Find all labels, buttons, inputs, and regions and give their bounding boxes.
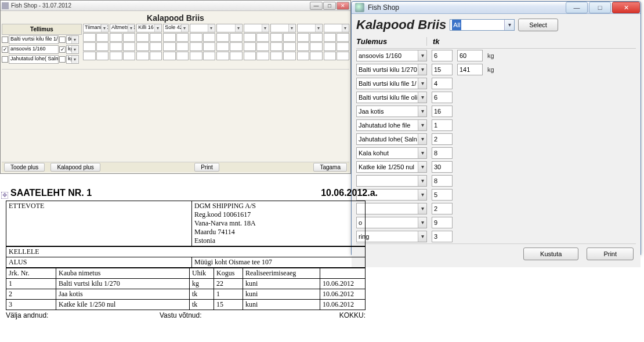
cell-input[interactable]	[256, 33, 269, 42]
cell-input[interactable]	[83, 42, 96, 51]
cell-input[interactable]	[324, 52, 337, 60]
cell-input[interactable]	[96, 33, 109, 42]
product-select[interactable]: Kala kohut	[356, 147, 427, 159]
cell-input[interactable]	[270, 52, 283, 60]
cell-input[interactable]	[283, 52, 296, 60]
qty-input[interactable]: 3	[432, 231, 453, 242]
cell-input[interactable]	[176, 42, 189, 51]
cell-input[interactable]	[244, 33, 256, 42]
order-secondary-checkbox[interactable]	[59, 46, 66, 53]
close-button[interactable]: ✕	[337, 2, 349, 10]
product-select[interactable]: Jahutatud lohe file	[356, 119, 427, 131]
cell-input[interactable]	[136, 42, 149, 51]
cell-input[interactable]	[150, 42, 162, 51]
qty-input[interactable]: 2	[432, 133, 453, 145]
kustuta-button[interactable]: Kustuta	[523, 248, 578, 260]
order-unit[interactable]: tk	[66, 35, 79, 44]
cell-input[interactable]	[163, 52, 176, 60]
qty-input[interactable]: 1	[432, 119, 453, 131]
cell-input[interactable]	[324, 33, 337, 42]
cell-input[interactable]	[310, 42, 323, 51]
order-secondary-checkbox[interactable]	[59, 37, 66, 43]
print-button[interactable]: Print	[587, 248, 634, 260]
cell-input[interactable]	[150, 52, 162, 60]
cell-input[interactable]	[83, 33, 96, 42]
cell-input[interactable]	[283, 33, 296, 42]
shop-select[interactable]: Altmetsa 1	[110, 24, 135, 32]
shop-select[interactable]	[216, 24, 242, 32]
cell-input[interactable]	[230, 42, 243, 51]
shop-select[interactable]: Killi 16	[136, 24, 162, 32]
product-select[interactable]: Balti vurtsi kilu 1/270	[356, 64, 427, 75]
cell-input[interactable]	[270, 33, 283, 42]
cell-input[interactable]	[337, 52, 349, 60]
cell-input[interactable]	[244, 52, 256, 60]
qty-input[interactable]: 5	[432, 189, 453, 201]
product-select[interactable]: Balti vurtsi kilu file 1/	[356, 78, 427, 89]
order-name[interactable]: Balti vurtsi kilu file 1/160	[9, 35, 59, 44]
cell-input[interactable]	[203, 52, 216, 60]
order-unit[interactable]: kg	[66, 55, 79, 64]
product-select[interactable]: Balti vurtsi kilu file oli	[356, 92, 427, 103]
cell-input[interactable]	[136, 52, 149, 60]
cell-input[interactable]	[310, 52, 323, 60]
cell-input[interactable]	[297, 42, 310, 51]
maximize-button[interactable]: □	[589, 2, 611, 13]
maximize-button[interactable]: □	[323, 2, 336, 10]
cell-input[interactable]	[256, 52, 269, 60]
shop-select[interactable]	[190, 24, 215, 32]
cell-input[interactable]	[297, 52, 310, 60]
kalapood-plus-button[interactable]: Kalapood plus	[50, 163, 100, 172]
qty-input[interactable]: 6	[432, 50, 453, 61]
cell-input[interactable]	[230, 52, 243, 60]
cell-input[interactable]	[110, 33, 122, 42]
order-checkbox[interactable]	[2, 37, 8, 43]
cell-input[interactable]	[123, 52, 136, 60]
cell-input[interactable]	[150, 33, 162, 42]
cell-input[interactable]	[216, 52, 229, 60]
product-select[interactable]: Katke kile 1/250 nul	[356, 161, 427, 173]
weight-input[interactable]: 60	[457, 50, 483, 61]
cell-input[interactable]	[123, 33, 136, 42]
qty-input[interactable]: 6	[432, 92, 453, 103]
cell-input[interactable]	[310, 33, 323, 42]
cell-input[interactable]	[270, 42, 283, 51]
qty-input[interactable]: 15	[432, 64, 453, 75]
order-checkbox[interactable]	[2, 56, 8, 63]
minimize-button[interactable]: —	[310, 2, 323, 10]
shop-select[interactable]	[244, 24, 269, 32]
shop-select[interactable]	[324, 24, 349, 32]
close-button[interactable]: ✕	[612, 2, 640, 13]
qty-input[interactable]: 8	[432, 175, 453, 187]
shop-filter-select[interactable]: All	[450, 19, 515, 31]
cell-input[interactable]	[337, 33, 349, 42]
weight-input[interactable]: 141	[457, 64, 483, 75]
cell-input[interactable]	[163, 33, 176, 42]
cell-input[interactable]	[110, 42, 122, 51]
order-unit[interactable]: kg	[66, 45, 79, 54]
shop-select[interactable]	[270, 24, 296, 32]
cell-input[interactable]	[110, 52, 122, 60]
order-name[interactable]: Jahutatud lohe( Salmon )	[9, 55, 59, 64]
tagama-button[interactable]: Tagama	[313, 163, 347, 172]
cell-input[interactable]	[283, 42, 296, 51]
shop-select[interactable]: Tiimani 20 h	[83, 24, 108, 32]
minimize-button[interactable]: —	[566, 2, 588, 13]
cell-input[interactable]	[256, 42, 269, 51]
cell-input[interactable]	[230, 33, 243, 42]
cell-input[interactable]	[244, 42, 256, 51]
cell-input[interactable]	[96, 42, 109, 51]
order-checkbox[interactable]	[2, 46, 8, 53]
qty-input[interactable]: 8	[432, 147, 453, 159]
qty-input[interactable]: 30	[432, 161, 453, 173]
qty-input[interactable]: 4	[432, 78, 453, 89]
cell-input[interactable]	[203, 33, 216, 42]
cell-input[interactable]	[203, 42, 216, 51]
product-select[interactable]: Jahutatud lohe( Saln	[356, 133, 427, 145]
shop-select[interactable]: Sole 42 A	[163, 24, 189, 32]
cell-input[interactable]	[337, 42, 349, 51]
cell-input[interactable]	[190, 33, 202, 42]
qty-input[interactable]: 16	[432, 105, 453, 117]
qty-input[interactable]: 9	[432, 217, 453, 228]
cell-input[interactable]	[136, 33, 149, 42]
